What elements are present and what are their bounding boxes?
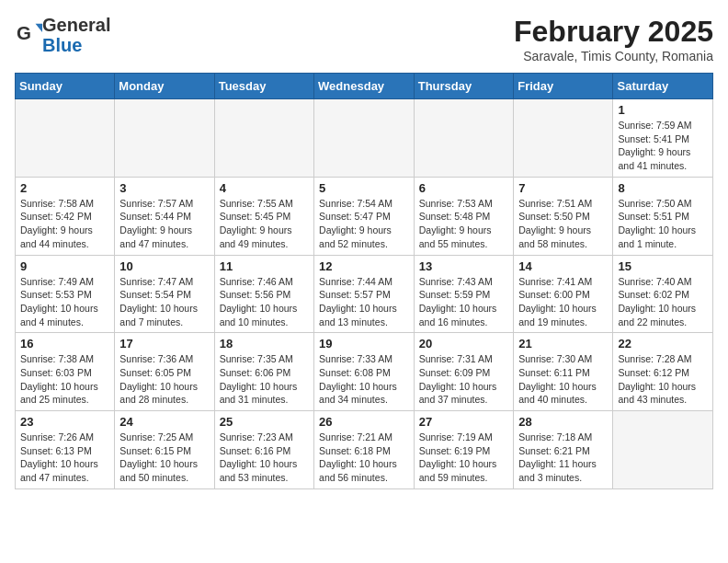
day-info: Sunrise: 7:26 AM Sunset: 6:13 PM Dayligh… xyxy=(20,431,109,485)
day-number: 24 xyxy=(119,415,209,429)
calendar-cell xyxy=(314,99,415,178)
day-number: 4 xyxy=(220,181,309,195)
calendar-cell: 3Sunrise: 7:57 AM Sunset: 5:44 PM Daylig… xyxy=(115,177,214,255)
day-info: Sunrise: 7:49 AM Sunset: 5:53 PM Dayligh… xyxy=(20,275,109,329)
day-number: 10 xyxy=(119,259,209,273)
weekday-header: Thursday xyxy=(414,74,513,99)
calendar-cell: 20Sunrise: 7:31 AM Sunset: 6:09 PM Dayli… xyxy=(414,333,513,411)
day-info: Sunrise: 7:46 AM Sunset: 5:56 PM Dayligh… xyxy=(220,275,309,329)
day-number: 8 xyxy=(618,181,708,195)
day-info: Sunrise: 7:41 AM Sunset: 6:00 PM Dayligh… xyxy=(518,275,608,329)
day-number: 12 xyxy=(319,259,409,273)
calendar-cell: 6Sunrise: 7:53 AM Sunset: 5:48 PM Daylig… xyxy=(414,177,513,255)
calendar-cell xyxy=(514,99,613,178)
calendar-cell: 28Sunrise: 7:18 AM Sunset: 6:21 PM Dayli… xyxy=(514,411,613,489)
month-title: February 2025 xyxy=(514,15,713,49)
week-row: 1Sunrise: 7:59 AM Sunset: 5:41 PM Daylig… xyxy=(16,99,713,178)
calendar-cell: 11Sunrise: 7:46 AM Sunset: 5:56 PM Dayli… xyxy=(214,255,313,333)
calendar-cell: 5Sunrise: 7:54 AM Sunset: 5:47 PM Daylig… xyxy=(314,177,415,255)
calendar-table: SundayMondayTuesdayWednesdayThursdayFrid… xyxy=(15,73,713,489)
calendar-cell: 23Sunrise: 7:26 AM Sunset: 6:13 PM Dayli… xyxy=(16,411,115,489)
day-info: Sunrise: 7:38 AM Sunset: 6:03 PM Dayligh… xyxy=(20,352,109,407)
day-info: Sunrise: 7:55 AM Sunset: 5:45 PM Dayligh… xyxy=(220,197,309,251)
day-info: Sunrise: 7:30 AM Sunset: 6:11 PM Dayligh… xyxy=(518,352,608,407)
logo-icon: G xyxy=(17,20,42,46)
title-area: February 2025 Saravale, Timis County, Ro… xyxy=(514,15,713,63)
day-info: Sunrise: 7:40 AM Sunset: 6:02 PM Dayligh… xyxy=(618,275,708,329)
day-number: 27 xyxy=(419,415,508,429)
calendar-cell: 18Sunrise: 7:35 AM Sunset: 6:06 PM Dayli… xyxy=(214,333,313,411)
calendar-cell: 9Sunrise: 7:49 AM Sunset: 5:53 PM Daylig… xyxy=(16,255,115,333)
day-info: Sunrise: 7:19 AM Sunset: 6:19 PM Dayligh… xyxy=(419,431,508,485)
calendar-cell xyxy=(414,99,513,178)
day-info: Sunrise: 7:28 AM Sunset: 6:12 PM Dayligh… xyxy=(618,352,708,407)
logo-blue-text: Blue xyxy=(42,35,82,55)
day-info: Sunrise: 7:43 AM Sunset: 5:59 PM Dayligh… xyxy=(419,275,508,329)
week-row: 23Sunrise: 7:26 AM Sunset: 6:13 PM Dayli… xyxy=(16,411,713,489)
location-subtitle: Saravale, Timis County, Romania xyxy=(514,49,713,63)
calendar-cell: 22Sunrise: 7:28 AM Sunset: 6:12 PM Dayli… xyxy=(613,333,713,411)
calendar-cell: 13Sunrise: 7:43 AM Sunset: 5:59 PM Dayli… xyxy=(414,255,513,333)
weekday-header: Tuesday xyxy=(214,74,313,99)
day-number: 3 xyxy=(119,181,209,195)
day-info: Sunrise: 7:54 AM Sunset: 5:47 PM Dayligh… xyxy=(319,197,409,251)
day-number: 21 xyxy=(518,337,608,350)
day-number: 7 xyxy=(518,181,608,195)
day-number: 19 xyxy=(319,337,409,350)
day-info: Sunrise: 7:59 AM Sunset: 5:41 PM Dayligh… xyxy=(618,119,708,173)
day-info: Sunrise: 7:51 AM Sunset: 5:50 PM Dayligh… xyxy=(518,197,608,251)
calendar-cell: 26Sunrise: 7:21 AM Sunset: 6:18 PM Dayli… xyxy=(314,411,415,489)
weekday-header: Sunday xyxy=(16,74,115,99)
day-info: Sunrise: 7:57 AM Sunset: 5:44 PM Dayligh… xyxy=(119,197,209,251)
calendar-cell: 12Sunrise: 7:44 AM Sunset: 5:57 PM Dayli… xyxy=(314,255,415,333)
day-info: Sunrise: 7:44 AM Sunset: 5:57 PM Dayligh… xyxy=(319,275,409,329)
day-number: 2 xyxy=(20,181,109,195)
day-number: 11 xyxy=(220,259,309,273)
day-info: Sunrise: 7:47 AM Sunset: 5:54 PM Dayligh… xyxy=(119,275,209,329)
week-row: 9Sunrise: 7:49 AM Sunset: 5:53 PM Daylig… xyxy=(16,255,713,333)
calendar-cell: 19Sunrise: 7:33 AM Sunset: 6:08 PM Dayli… xyxy=(314,333,415,411)
day-number: 28 xyxy=(518,415,608,429)
day-number: 6 xyxy=(419,181,508,195)
calendar-cell: 10Sunrise: 7:47 AM Sunset: 5:54 PM Dayli… xyxy=(115,255,214,333)
day-number: 18 xyxy=(220,337,309,350)
day-number: 22 xyxy=(618,337,708,350)
day-info: Sunrise: 7:21 AM Sunset: 6:18 PM Dayligh… xyxy=(319,431,409,485)
day-number: 23 xyxy=(20,415,109,429)
calendar-cell xyxy=(214,99,313,178)
day-info: Sunrise: 7:31 AM Sunset: 6:09 PM Dayligh… xyxy=(419,352,508,407)
calendar-cell: 25Sunrise: 7:23 AM Sunset: 6:16 PM Dayli… xyxy=(214,411,313,489)
day-info: Sunrise: 7:18 AM Sunset: 6:21 PM Dayligh… xyxy=(518,431,608,485)
day-number: 1 xyxy=(618,103,708,117)
calendar-cell: 21Sunrise: 7:30 AM Sunset: 6:11 PM Dayli… xyxy=(514,333,613,411)
week-row: 2Sunrise: 7:58 AM Sunset: 5:42 PM Daylig… xyxy=(16,177,713,255)
day-info: Sunrise: 7:53 AM Sunset: 5:48 PM Dayligh… xyxy=(419,197,508,251)
logo: G General Blue xyxy=(15,15,110,55)
weekday-header: Saturday xyxy=(613,74,713,99)
logo-general-text: General xyxy=(42,15,110,35)
day-number: 16 xyxy=(20,337,109,350)
day-number: 5 xyxy=(319,181,409,195)
calendar-cell xyxy=(613,411,713,489)
calendar-cell: 14Sunrise: 7:41 AM Sunset: 6:00 PM Dayli… xyxy=(514,255,613,333)
week-row: 16Sunrise: 7:38 AM Sunset: 6:03 PM Dayli… xyxy=(16,333,713,411)
svg-text:G: G xyxy=(17,22,31,43)
weekday-header: Friday xyxy=(514,74,613,99)
day-info: Sunrise: 7:35 AM Sunset: 6:06 PM Dayligh… xyxy=(220,352,309,407)
weekday-header: Monday xyxy=(115,74,214,99)
day-number: 14 xyxy=(518,259,608,273)
weekday-header-row: SundayMondayTuesdayWednesdayThursdayFrid… xyxy=(16,74,713,99)
day-info: Sunrise: 7:33 AM Sunset: 6:08 PM Dayligh… xyxy=(319,352,409,407)
calendar-cell: 1Sunrise: 7:59 AM Sunset: 5:41 PM Daylig… xyxy=(613,99,713,178)
calendar-cell: 7Sunrise: 7:51 AM Sunset: 5:50 PM Daylig… xyxy=(514,177,613,255)
day-number: 9 xyxy=(20,259,109,273)
day-number: 25 xyxy=(220,415,309,429)
day-number: 20 xyxy=(419,337,508,350)
calendar-cell: 15Sunrise: 7:40 AM Sunset: 6:02 PM Dayli… xyxy=(613,255,713,333)
calendar-cell xyxy=(115,99,214,178)
day-info: Sunrise: 7:23 AM Sunset: 6:16 PM Dayligh… xyxy=(220,431,309,485)
calendar-cell: 2Sunrise: 7:58 AM Sunset: 5:42 PM Daylig… xyxy=(16,177,115,255)
day-info: Sunrise: 7:50 AM Sunset: 5:51 PM Dayligh… xyxy=(618,197,708,251)
calendar-cell xyxy=(16,99,115,178)
calendar-cell: 17Sunrise: 7:36 AM Sunset: 6:05 PM Dayli… xyxy=(115,333,214,411)
